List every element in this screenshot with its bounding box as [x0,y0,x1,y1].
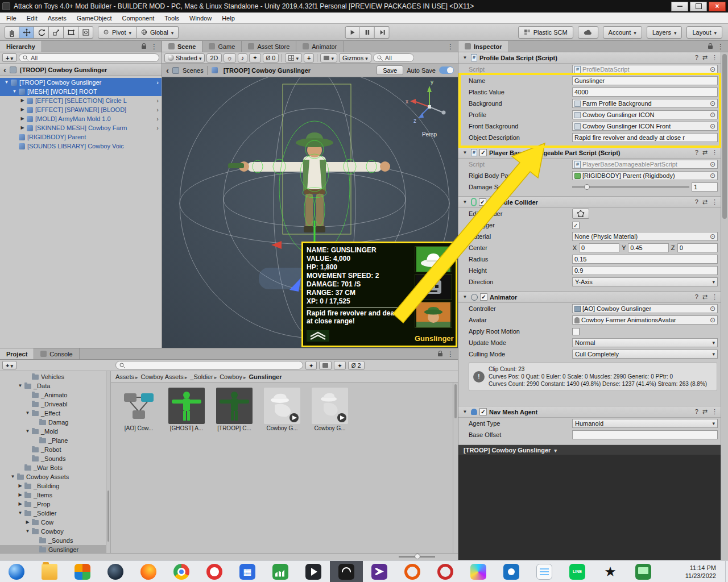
foldout-icon[interactable] [461,151,469,155]
prefab-arrow-icon[interactable] [156,97,159,104]
menu-help[interactable]: Help [217,14,240,23]
folder-item[interactable]: Damag [0,418,106,427]
close-button[interactable]: × [709,2,726,11]
taskbar-icon-opera[interactable] [198,561,231,582]
object-picker-icon[interactable] [710,111,715,118]
avatar-object-field[interactable]: Cowboy Farmer AnimationsAvatar [572,315,718,325]
folder-item[interactable]: Vehicles [0,372,106,381]
component-header[interactable]: Capsule Collider [458,197,721,208]
menu-tools[interactable]: Tools [159,14,184,23]
taskbar-icon-calculator[interactable] [231,561,264,582]
update-mode-dropdown[interactable]: Normal [572,338,718,347]
preset-icon[interactable] [702,408,708,415]
menu-edit[interactable]: Edit [22,14,43,23]
center-z-field[interactable] [677,243,718,252]
base-offset-field[interactable] [572,430,718,439]
foldout-icon[interactable] [24,411,31,415]
breadcrumb-assets[interactable]: Assets [115,373,139,380]
asset-tile-troop-prefab[interactable]: [TROOP] C... [213,388,255,431]
inspector-scrollbar[interactable] [721,52,728,560]
search-by-label-button[interactable] [319,361,332,370]
search-by-type-button[interactable] [305,361,317,370]
breadcrumb-gunslinger[interactable]: Gunslinger [249,373,282,380]
agent-type-dropdown[interactable]: Humanoid [572,419,718,428]
breadcrumb-soldier[interactable]: _Soldier [190,373,218,380]
scale-tool-button[interactable] [49,26,64,39]
taskbar-icon-chrome[interactable] [165,561,198,582]
pause-button[interactable] [360,26,375,39]
asset-tile-animator-controller[interactable]: [AO] Cow... [118,388,160,431]
foldout-icon[interactable] [19,98,26,103]
lock-icon[interactable] [438,353,442,356]
folder-item[interactable]: _Soldier [0,509,106,518]
asset-tile-ghost-prefab[interactable]: [GHOST] A... [166,388,208,431]
breadcrumb-cowboy[interactable]: Cowboy [220,373,247,380]
tab-scene[interactable]: Scene [162,41,202,52]
menu-gameobject[interactable]: GameObject [72,14,117,23]
object-picker-icon[interactable] [710,305,715,312]
tab-animator[interactable]: Animator [296,41,344,52]
add-gameobject-button[interactable]: + [2,53,16,62]
lock-icon[interactable] [142,45,146,49]
taskbar-icon-notepad[interactable] [528,561,561,582]
taskbar-icon-display-app[interactable] [627,561,660,582]
enabled-checkbox[interactable] [479,198,486,206]
foldout-icon[interactable] [19,107,26,112]
layers-dropdown[interactable]: Layers [647,26,682,39]
object-picker-icon[interactable] [710,123,715,130]
shading-mode-dropdown[interactable]: Shaded [164,53,205,63]
plastic-scm-button[interactable]: Plastic SCM [518,26,573,39]
foldout-icon[interactable] [24,520,31,525]
help-icon[interactable] [695,198,698,206]
component-header[interactable]: Profile Data Script (Script) [458,52,721,64]
preset-icon[interactable] [702,54,708,61]
controller-object-field[interactable]: [AO] Cowboy Gunslinger [572,304,718,313]
tab-game[interactable]: Game [202,41,242,52]
more-icon[interactable]: ⋮ [717,43,724,51]
audio-toggle-icon[interactable] [238,53,248,63]
taskbar-icon-file-explorer[interactable] [33,561,66,582]
rect-tool-button[interactable] [64,26,78,39]
hierarchy-item-sounds-library[interactable]: [SOUNDS LIBRARY] Cowboy Voic [0,142,162,151]
folder-item[interactable]: _Mold [0,427,106,436]
asset-tile-cowboy-model-2[interactable]: Cowboy G... [309,388,351,431]
snap-increment-button[interactable] [304,53,314,63]
play-button[interactable] [345,26,360,39]
hierarchy-item-effect-spawner[interactable]: [EFFECT] [SPAWNER] [BLOOD] [0,105,162,114]
folder-item[interactable]: _Prop [0,500,106,509]
enabled-checkbox[interactable] [480,293,487,301]
effects-toggle-icon[interactable] [249,53,260,63]
more-icon[interactable] [712,54,718,61]
foldout-icon[interactable] [24,529,31,534]
object-picker-icon[interactable] [710,161,715,168]
radius-field[interactable] [572,255,718,264]
object-picker-icon[interactable] [710,66,715,73]
folder-item[interactable]: _Data [0,381,106,390]
menu-window[interactable]: Window [184,14,217,23]
hierarchy-item-mold[interactable]: [MOLD] ArmyMan Mold 1.0 [0,114,162,123]
2d-toggle[interactable]: 2D [206,53,221,63]
taskbar-icon-steam[interactable] [99,561,132,582]
help-icon[interactable] [695,408,698,415]
edit-collider-button[interactable] [572,209,589,219]
preset-icon[interactable] [702,293,708,301]
folder-item[interactable]: _Sounds [0,536,106,545]
foldout-icon[interactable] [11,89,18,94]
breadcrumb-cowboy-assets[interactable]: Cowboy Assets [141,373,189,380]
more-icon[interactable] [712,408,718,415]
foldout-icon[interactable] [3,80,10,85]
project-content-scrollbar[interactable] [453,383,458,553]
taskbar-icon-media-app[interactable] [297,561,330,582]
component-header[interactable]: Player Base Damageable Part Script (Scri… [458,147,721,159]
hierarchy-item-skinned-mesh[interactable]: [SKINNED MESH] Cowboy Farm [0,123,162,132]
hidden-count-button[interactable]: 2 [348,361,365,370]
component-header[interactable]: Nav Mesh Agent [458,406,721,418]
folder-item[interactable]: _War Bots [0,463,106,472]
more-icon[interactable]: ⋮ [447,43,454,51]
center-x-field[interactable] [579,243,619,252]
help-icon[interactable] [695,293,698,301]
global-toggle-button[interactable]: Global [136,26,179,39]
back-icon[interactable] [3,65,6,74]
folder-item[interactable]: Cow [0,518,106,527]
asset-tile-cowboy-model[interactable]: Cowboy G... [261,388,303,431]
